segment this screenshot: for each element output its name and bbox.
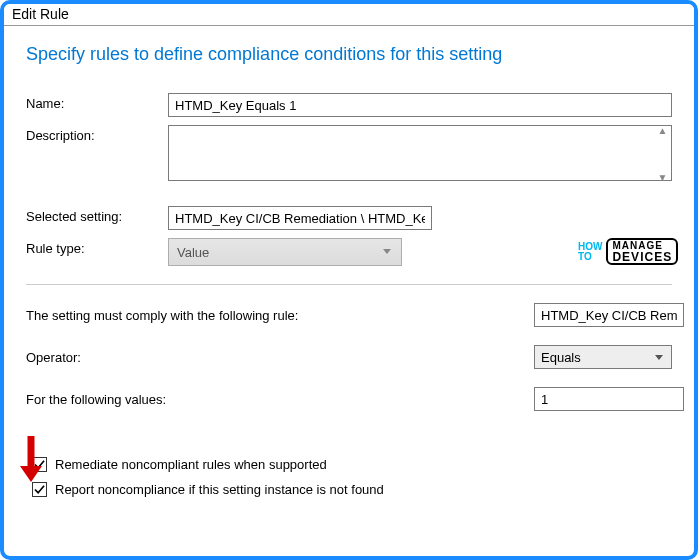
rule-type-select: Value xyxy=(168,238,402,266)
operator-select[interactable]: Equals xyxy=(534,345,672,369)
remediate-checkbox[interactable] xyxy=(32,457,47,472)
values-input[interactable] xyxy=(534,387,684,411)
description-label: Description: xyxy=(26,125,168,143)
rule-type-label: Rule type: xyxy=(26,238,168,256)
operator-label: Operator: xyxy=(26,350,534,365)
report-checkbox[interactable] xyxy=(32,482,47,497)
checkmark-icon xyxy=(34,459,45,470)
selected-setting-label: Selected setting: xyxy=(26,206,168,224)
values-label: For the following values: xyxy=(26,392,534,407)
operator-value: Equals xyxy=(541,350,581,365)
description-input[interactable] xyxy=(168,125,672,181)
page-heading: Specify rules to define compliance condi… xyxy=(26,44,672,65)
report-checkbox-label: Report noncompliance if this setting ins… xyxy=(55,482,384,497)
selected-setting-input[interactable] xyxy=(168,206,432,230)
watermark-logo: HOW TO MANAGE DEVICES xyxy=(578,238,678,265)
remediate-checkbox-label: Remediate noncompliant rules when suppor… xyxy=(55,457,327,472)
rule-type-value: Value xyxy=(177,245,209,260)
comply-rule-input[interactable] xyxy=(534,303,684,327)
window-title: Edit Rule xyxy=(12,6,69,22)
edit-rule-window: Edit Rule Specify rules to define compli… xyxy=(0,0,698,560)
window-titlebar: Edit Rule xyxy=(4,4,694,26)
name-input[interactable] xyxy=(168,93,672,117)
name-label: Name: xyxy=(26,93,168,111)
checkmark-icon xyxy=(34,484,45,495)
comply-rule-label: The setting must comply with the followi… xyxy=(26,308,534,323)
divider xyxy=(26,284,672,285)
